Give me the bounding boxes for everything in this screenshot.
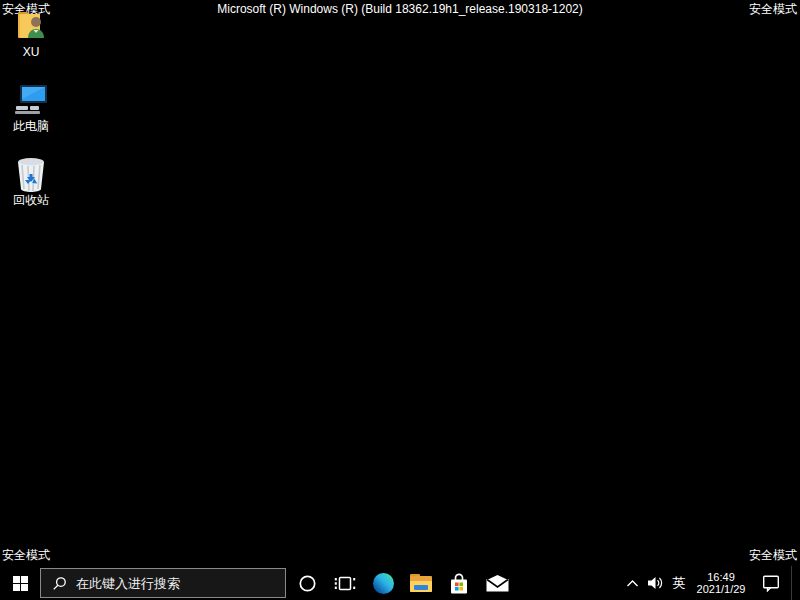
windows-safe-mode-desktop: { "safe_mode": { "label": "安全模式" }, "ban… xyxy=(0,0,800,600)
desktop-icon-label: 回收站 xyxy=(13,194,49,207)
safe-mode-label-top-right: 安全模式 xyxy=(749,1,797,18)
mail-icon xyxy=(486,575,509,592)
clock-time: 16:49 xyxy=(707,571,735,583)
input-method-indicator[interactable]: 英 xyxy=(667,566,691,600)
speaker-icon xyxy=(647,576,664,590)
desktop-icon-user-folder[interactable]: XU xyxy=(0,8,62,59)
windows-logo-icon xyxy=(13,576,28,591)
show-hidden-icons-button[interactable] xyxy=(621,566,643,600)
cortana-button[interactable] xyxy=(288,566,326,600)
windows-build-banner: Microsoft (R) Windows (R) (Build 18362.1… xyxy=(217,2,583,16)
task-view-button[interactable] xyxy=(326,566,364,600)
show-desktop-button[interactable] xyxy=(791,566,795,600)
desktop-icon-this-pc[interactable]: 此电脑 xyxy=(0,82,62,133)
start-button[interactable] xyxy=(0,566,40,600)
mail-button[interactable] xyxy=(478,566,516,600)
cortana-icon xyxy=(298,574,317,593)
system-tray: 英 16:49 2021/1/29 xyxy=(621,566,800,600)
taskbar-pinned-icons xyxy=(288,566,516,600)
file-explorer-button[interactable] xyxy=(402,566,440,600)
store-button[interactable] xyxy=(440,566,478,600)
action-center-button[interactable] xyxy=(751,566,791,600)
task-view-icon xyxy=(334,575,356,592)
user-folder-icon xyxy=(12,8,50,44)
taskbar: 英 16:49 2021/1/29 xyxy=(0,566,800,600)
clock[interactable]: 16:49 2021/1/29 xyxy=(691,566,751,600)
edge-icon xyxy=(373,573,394,594)
input-method-label: 英 xyxy=(673,574,686,592)
recycle-bin-icon xyxy=(12,156,50,192)
file-explorer-icon xyxy=(410,574,432,592)
safe-mode-label-bottom-left: 安全模式 xyxy=(2,547,50,564)
search-icon xyxy=(52,576,67,591)
volume-button[interactable] xyxy=(643,566,667,600)
desktop-icon-label: XU xyxy=(23,46,40,59)
this-pc-icon xyxy=(12,82,50,118)
desktop-icon-label: 此电脑 xyxy=(13,120,49,133)
clock-date: 2021/1/29 xyxy=(697,583,746,595)
edge-button[interactable] xyxy=(364,566,402,600)
store-icon xyxy=(449,572,469,595)
safe-mode-label-bottom-right: 安全模式 xyxy=(749,547,797,564)
search-input[interactable] xyxy=(76,569,285,597)
action-center-icon xyxy=(762,574,780,592)
desktop-icon-recycle-bin[interactable]: 回收站 xyxy=(0,156,62,207)
taskbar-search-box[interactable] xyxy=(40,568,286,598)
chevron-up-icon xyxy=(626,579,639,588)
